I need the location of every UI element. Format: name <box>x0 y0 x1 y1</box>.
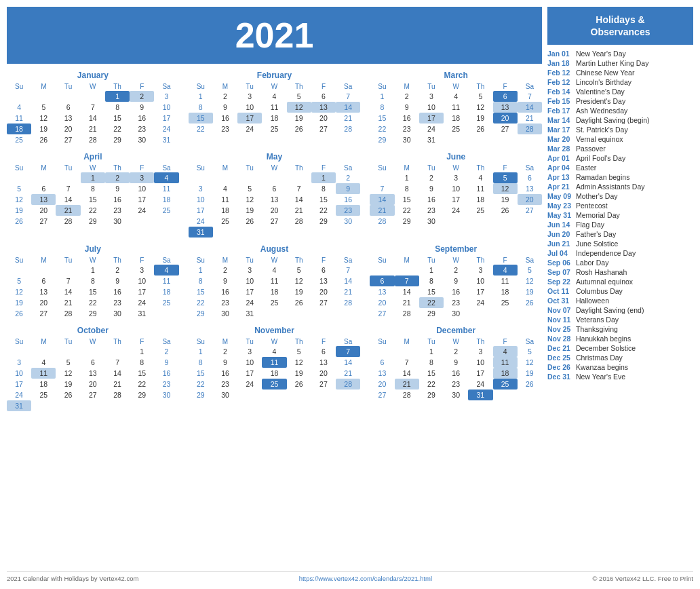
months-grid: JanuarySuMTuWThFSa1234567891011121314151… <box>7 71 542 411</box>
calendar-day: 6 <box>31 276 56 286</box>
calendar-day: 12 <box>518 276 542 286</box>
calendar-day: 14 <box>395 368 419 379</box>
holiday-item: Feb 17Ash Wednesday <box>547 106 693 115</box>
calendar-day: 13 <box>311 276 336 286</box>
calendar-day: 11 <box>213 194 237 205</box>
calendar-day: 8 <box>130 357 154 368</box>
calendar-day: 22 <box>81 205 105 216</box>
calendar-day: 25 <box>262 379 286 390</box>
calendar-day: 29 <box>81 308 105 319</box>
calendar-day: 7 <box>336 91 360 102</box>
calendar-day: 10 <box>130 276 154 286</box>
calendar-day: 27 <box>311 379 336 390</box>
calendar-day: 2 <box>105 265 130 276</box>
holiday-date: Dec 21 <box>547 344 573 352</box>
month-title: July <box>7 244 179 254</box>
month-block: DecemberSuMTuWThFSa123456789101112131415… <box>370 326 542 411</box>
calendar-day: 26 <box>237 216 262 227</box>
calendar-day: 11 <box>7 113 31 124</box>
holiday-name: Admin Assistants Day <box>576 183 645 191</box>
calendar-day: 10 <box>444 183 468 194</box>
calendar-day: 6 <box>311 91 336 102</box>
calendar-day: 23 <box>395 124 419 134</box>
holiday-item: Jul 04Independence Day <box>547 248 693 258</box>
calendar-day: 22 <box>189 124 213 134</box>
calendar-day: 20 <box>31 297 56 308</box>
calendar-day: 23 <box>213 379 237 390</box>
calendar-day: 31 <box>189 227 213 238</box>
calendar-day: 7 <box>518 91 542 102</box>
holiday-item: Nov 11Veterans Day <box>547 315 693 324</box>
calendar-day: 1 <box>370 91 394 102</box>
calendar-day: 16 <box>130 113 154 124</box>
calendar-day: 18 <box>154 286 178 297</box>
calendar-day: 25 <box>493 379 518 390</box>
holiday-item: Jan 01New Year's Day <box>547 49 693 58</box>
calendar-day: 16 <box>105 286 130 297</box>
holiday-name: Martin Luther King Day <box>576 59 648 67</box>
month-block: OctoberSuMTuWThFSa1234567891011121314151… <box>7 326 179 411</box>
calendar-day: 12 <box>7 194 31 205</box>
calendar-day: 26 <box>518 379 542 390</box>
calendar-day: 9 <box>213 276 237 286</box>
calendar-day: 28 <box>518 124 542 134</box>
calendar-day: 27 <box>81 390 105 400</box>
calendar-day: 11 <box>468 183 492 194</box>
calendar-day: 14 <box>105 368 130 379</box>
calendar-day: 1 <box>395 172 419 183</box>
holiday-name: June Solstice <box>576 240 618 248</box>
holiday-date: Oct 31 <box>547 297 573 305</box>
holiday-name: Veterans Day <box>576 316 619 324</box>
calendar-day: 25 <box>31 390 56 400</box>
calendar-day: 12 <box>287 357 311 368</box>
calendar-day: 19 <box>31 124 56 134</box>
calendar-day: 28 <box>395 308 419 319</box>
calendar-day: 26 <box>287 124 311 134</box>
holiday-item: Jan 18Martin Luther King Day <box>547 58 693 68</box>
calendar-day: 29 <box>81 216 105 227</box>
calendar-day: 24 <box>444 205 468 216</box>
calendar-day: 18 <box>213 205 237 216</box>
calendar-day: 27 <box>31 216 56 227</box>
calendar-day: 13 <box>262 194 286 205</box>
calendar-day: 3 <box>237 265 262 276</box>
calendar-day: 7 <box>395 357 419 368</box>
calendar-day: 22 <box>419 379 444 390</box>
holiday-item: Apr 01April Fool's Day <box>547 153 693 163</box>
page: 2021 JanuarySuMTuWThFSa12345678910111213… <box>0 0 700 589</box>
calendar-day: 9 <box>395 102 419 113</box>
month-table: SuMTuWThFSa12345678910111213141516171819… <box>189 337 361 400</box>
holiday-date: Feb 15 <box>547 97 573 105</box>
sidebar: Holidays &Observances Jan 01New Year's D… <box>547 7 693 566</box>
main-layout: 2021 JanuarySuMTuWThFSa12345678910111213… <box>7 7 693 566</box>
calendar-day: 2 <box>213 346 237 357</box>
holiday-list: Jan 01New Year's DayJan 18Martin Luther … <box>547 49 693 381</box>
holiday-name: Autumnal equinox <box>576 278 633 286</box>
calendar-day: 1 <box>189 346 213 357</box>
calendar-day: 24 <box>237 297 262 308</box>
calendar-day: 7 <box>105 357 130 368</box>
calendar-day: 15 <box>81 194 105 205</box>
calendar-day: 20 <box>311 286 336 297</box>
calendar-day: 20 <box>31 205 56 216</box>
calendar-day: 7 <box>56 276 80 286</box>
calendar-day: 27 <box>370 390 394 400</box>
holiday-name: Christmas Day <box>576 354 623 362</box>
calendar-day: 11 <box>154 183 178 194</box>
calendar-day: 30 <box>105 216 130 227</box>
calendar-day: 15 <box>189 368 213 379</box>
holiday-name: Chinese New Year <box>576 69 634 77</box>
calendar-day: 17 <box>419 113 444 124</box>
month-title: January <box>7 71 179 80</box>
calendar-day: 14 <box>336 357 360 368</box>
calendar-day: 28 <box>81 134 105 145</box>
holiday-name: St. Patrick's Day <box>576 126 628 134</box>
calendar-day: 9 <box>444 276 468 286</box>
calendar-day: 27 <box>56 134 80 145</box>
holiday-name: Ash Wednesday <box>576 107 627 115</box>
calendar-day: 9 <box>213 357 237 368</box>
calendar-day: 15 <box>311 194 336 205</box>
calendar-day: 19 <box>518 286 542 297</box>
holiday-name: Labor Day <box>576 259 608 267</box>
calendar-day: 17 <box>130 194 154 205</box>
